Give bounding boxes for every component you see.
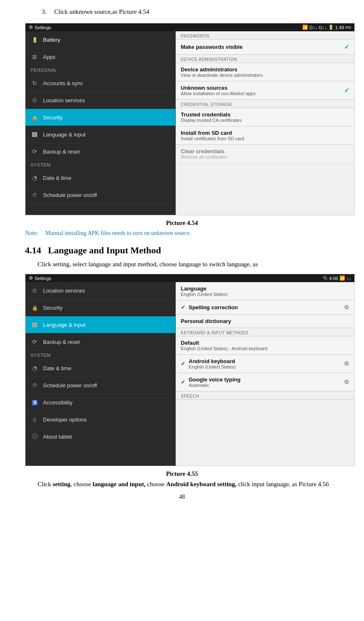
right-panel-1: PASSWORDS Make passwords visible ✓ DEVIC… <box>176 31 354 215</box>
signal3-icon: ↑↓ <box>346 276 351 281</box>
left-panel-2: Location services Security Language & in… <box>25 282 176 466</box>
battery-icon: 🔋 <box>328 25 334 30</box>
accessibility-icon-menu <box>30 398 39 406</box>
menu-item-language[interactable]: Language & input <box>25 126 175 143</box>
conclusion-text3: choose <box>146 481 166 487</box>
menu-item-accounts[interactable]: Accounts & sync <box>25 75 175 92</box>
menu-item-datetime-2[interactable]: Date & time <box>25 360 175 377</box>
speech-section-header: SPEECH <box>176 391 354 400</box>
menu-item-backup[interactable]: Backup & reset <box>25 143 175 160</box>
credential-storage-header: CREDENTIAL STORAGE <box>176 100 354 108</box>
android-keyboard-item[interactable]: ✓ Android keyboard English (United State… <box>176 355 354 373</box>
menu-item-security[interactable]: Security <box>25 109 175 126</box>
status-left-1: ⚙ Settings <box>29 25 51 30</box>
sync-icon-menu <box>30 79 39 87</box>
signal-icon: G↑↓ <box>309 25 318 30</box>
settings-title-2: Settings <box>35 276 51 281</box>
apps-icon-menu <box>30 53 39 61</box>
conclusion-text2: , choose <box>71 481 93 487</box>
keyboard-section-header: KEYBOARD & INPUT METHODS <box>176 328 354 336</box>
schedule-icon-menu-2 <box>30 381 39 389</box>
spelling-settings-icon[interactable]: ⚙ <box>344 304 349 311</box>
step-line: 3. Click unknown source,as Picture 4.54 <box>42 8 339 15</box>
note-text: Manual installing APK files needs to tur… <box>46 230 191 236</box>
time-2: 4:06 <box>329 276 338 281</box>
menu-item-location[interactable]: Location services <box>25 92 175 109</box>
section-414-heading: 4.14 Language and Input Method <box>25 245 339 256</box>
menu-item-backup-2[interactable]: Backup & reset <box>25 333 175 351</box>
install-from-sd-item[interactable]: Install from SD card Install certificate… <box>176 126 354 145</box>
menu-item-schedule[interactable]: Schedule power on/off <box>25 187 175 204</box>
status-right-2: 🔌 4:06 📶 ↑↓ <box>322 275 351 281</box>
conclusion-bold1: setting <box>53 481 71 487</box>
location-icon-menu <box>30 96 39 104</box>
status-right-1: 📶 G↑↓ G↑↓ 🔋 1:49 PM <box>302 25 351 30</box>
google-voice-settings-icon[interactable]: ⚙ <box>344 379 349 386</box>
signal2-icon: G↑↓ <box>319 25 327 30</box>
menu-item-accessibility[interactable]: Accessibility <box>25 394 175 411</box>
system-section-label: SYSTEM <box>25 160 175 169</box>
menu-item-about[interactable]: About tablet <box>25 428 175 445</box>
right-panel-2: Language English (United States) ✓ Spell… <box>176 282 354 466</box>
menu-item-battery[interactable]: Battery <box>25 31 175 48</box>
personal-dict-item[interactable]: Personal dictionary <box>176 315 354 328</box>
device-admins-item[interactable]: Device administrators View or deactivate… <box>176 63 354 81</box>
menu-item-developer[interactable]: Developer options <box>25 411 175 428</box>
device-admin-header: DEVICE ADMINISTRATION <box>176 55 354 63</box>
note-line: Note: Manual installing APK files needs … <box>25 230 339 237</box>
conclusion-bold2: language and input, <box>93 481 146 487</box>
ampm-1: PM <box>346 25 351 30</box>
page-number: 48 <box>25 494 339 500</box>
settings-title-1: Settings <box>35 25 51 30</box>
language-icon-menu-2 <box>30 321 39 329</box>
time-1: 1:49 <box>335 25 344 30</box>
intro-414: Click setting, select language and input… <box>38 261 339 268</box>
note-label: Note: <box>25 230 38 236</box>
personal-section-label: PERSONAL <box>25 66 175 75</box>
conclusion-text4: click input language, as Picture 4.56 <box>236 481 329 487</box>
system-section-label-2: SYSTEM <box>25 351 175 360</box>
menu-item-location-2[interactable]: Location services <box>25 282 175 299</box>
status-left-2: ⚙ Settings <box>29 275 51 281</box>
menu-item-security-2[interactable]: Security <box>25 299 175 316</box>
page-content: 3. Click unknown source,as Picture 4.54 … <box>0 0 364 513</box>
android-keyboard-settings-icon[interactable]: ⚙ <box>344 360 349 367</box>
menu-item-apps[interactable]: Apps <box>25 48 175 66</box>
language-item[interactable]: Language English (United States) <box>176 282 354 300</box>
section-title: Language and Input Method <box>48 245 161 255</box>
menu-item-schedule-2[interactable]: Schedule power on/off <box>25 377 175 394</box>
unknown-sources-item[interactable]: Unknown sources Allow installation of no… <box>176 81 354 100</box>
menu-item-language-2[interactable]: Language & input <box>25 316 175 333</box>
location-icon-menu-2 <box>30 286 39 295</box>
caption-1: Picture 4.54 <box>25 220 339 227</box>
google-voice-checkmark: ✓ <box>181 379 185 386</box>
conclusion-text1: Click <box>38 481 53 487</box>
schedule-icon-menu <box>30 191 39 199</box>
google-voice-typing-item[interactable]: ✓ Google voice typing Automatic ⚙ <box>176 373 354 391</box>
caption-2: Picture 4.55 <box>25 470 339 477</box>
conclusion-bold3: Android keyboard setting, <box>166 481 237 487</box>
battery-icon-menu <box>30 35 39 44</box>
section-num: 4.14 <box>25 245 41 255</box>
step-text: Click unknown source,as Picture 4.54 <box>54 8 149 15</box>
default-keyboard-item[interactable]: Default English (United States) - Androi… <box>176 336 354 355</box>
security-icon-menu <box>30 113 39 121</box>
language-icon-menu <box>30 130 39 139</box>
menu-item-datetime[interactable]: Date & time <box>25 169 175 187</box>
passwords-checkmark: ✓ <box>344 43 349 51</box>
wifi-icon: 📶 <box>302 25 308 30</box>
panels-1: Battery Apps PERSONAL Accounts & sync Lo… <box>25 31 354 215</box>
backup-icon-menu-2 <box>30 338 39 346</box>
spelling-correction-item[interactable]: ✓ Spelling correction ⚙ <box>176 300 354 315</box>
security-icon-menu-2 <box>30 303 39 312</box>
status-bar-1: ⚙ Settings 📶 G↑↓ G↑↓ 🔋 1:49 PM <box>25 23 354 31</box>
developer-icon-menu <box>30 415 39 424</box>
datetime-icon-menu-2 <box>30 364 39 372</box>
backup-icon-menu <box>30 147 39 156</box>
about-icon-menu <box>30 432 39 441</box>
trusted-credentials-item[interactable]: Trusted credentials Display trusted CA c… <box>176 108 354 126</box>
clear-credentials-item: Clear credentials Remove all certificate… <box>176 145 354 163</box>
settings-icon-small: ⚙ <box>29 25 33 30</box>
screenshot-1: ⚙ Settings 📶 G↑↓ G↑↓ 🔋 1:49 PM Battery <box>25 23 355 215</box>
make-passwords-visible-item[interactable]: Make passwords visible ✓ <box>176 40 354 55</box>
